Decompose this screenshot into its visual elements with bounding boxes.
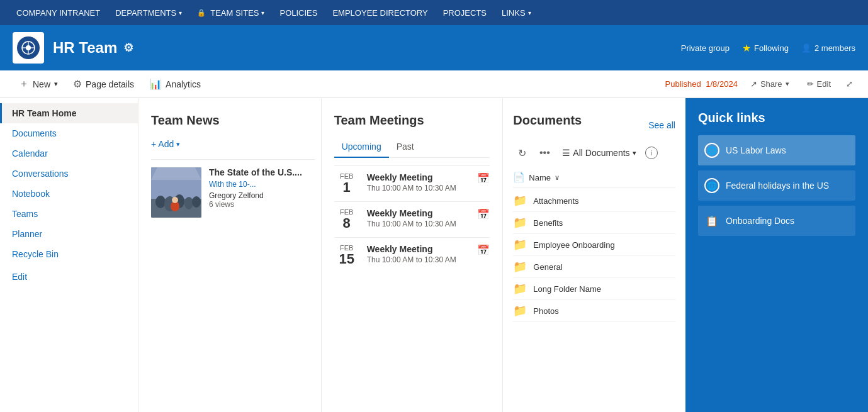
sidebar-item-planner[interactable]: Planner xyxy=(0,224,138,244)
nav-projects[interactable]: PROJECTS xyxy=(437,0,493,25)
sidebar-item-recycle-bin[interactable]: Recycle Bin xyxy=(0,244,138,264)
site-logo xyxy=(13,32,44,64)
meeting-item: FEB 15 Weekly Meeting Thu 10:00 AM to 10… xyxy=(334,237,490,273)
share-icon: ↗ xyxy=(750,79,757,89)
name-sort-icon[interactable]: ∨ xyxy=(555,174,560,182)
expand-icon: ⤢ xyxy=(846,79,853,89)
analytics-button[interactable]: 📊 Analytics xyxy=(143,75,207,93)
settings-icon[interactable]: ⚙ xyxy=(123,41,133,55)
nav-employee-directory[interactable]: EMPLOYEE DIRECTORY xyxy=(326,0,434,25)
meeting-item: FEB 8 Weekly Meeting Thu 10:00 AM to 10:… xyxy=(334,201,490,237)
news-author: Gregory Zelfond xyxy=(209,191,315,200)
calendar-join-icon[interactable]: 📅 xyxy=(477,172,490,184)
nav-links[interactable]: LINKS ▾ xyxy=(495,0,538,25)
tab-upcoming[interactable]: Upcoming xyxy=(334,136,389,158)
sidebar-item-documents[interactable]: Documents xyxy=(0,123,138,143)
meeting-info-feb15: Weekly Meeting Thu 10:00 AM to 10:30 AM xyxy=(367,244,470,264)
members-button[interactable]: 👤 2 members xyxy=(801,43,855,53)
sidebar: HR Team Home Documents Calendar Conversa… xyxy=(0,98,138,412)
documents-title: Documents xyxy=(513,113,582,128)
folder-icon: 📁 xyxy=(513,216,527,230)
site-title: HR Team ⚙ xyxy=(53,39,133,57)
doc-item-attachments[interactable]: 📁 Attachments xyxy=(513,190,675,212)
person-icon: 👤 xyxy=(801,43,811,53)
folder-icon: 📁 xyxy=(513,194,527,208)
team-news-title: Team News xyxy=(151,113,315,128)
meeting-info-feb8: Weekly Meeting Thu 10:00 AM to 10:30 AM xyxy=(367,208,470,228)
quick-link-us-labor-laws[interactable]: 🌐 US Labor Laws xyxy=(698,135,855,165)
more-options-icon[interactable]: ••• xyxy=(536,144,553,162)
sidebar-item-hr-team-home[interactable]: HR Team Home xyxy=(0,103,138,123)
page-details-button[interactable]: ⚙ Page details xyxy=(67,75,140,93)
private-group-label: Private group xyxy=(681,43,730,53)
docs-header: Documents See all xyxy=(513,113,675,136)
add-news-button[interactable]: + Add ▾ xyxy=(151,136,315,152)
nav-departments[interactable]: DEPARTMENTS ▾ xyxy=(109,0,188,25)
meeting-date-feb8: FEB 8 xyxy=(334,208,359,231)
svg-marker-13 xyxy=(151,167,201,180)
quick-links-title: Quick links xyxy=(698,111,855,125)
doc-item-general[interactable]: 📁 General xyxy=(513,256,675,278)
news-article-subtitle: With the 10-... xyxy=(209,180,315,189)
calendar-join-icon-3[interactable]: 📅 xyxy=(477,244,490,256)
meeting-date-feb1: FEB 1 xyxy=(334,172,359,195)
team-meetings-title: Team Meetings xyxy=(334,113,490,128)
news-article-title[interactable]: The State of the U.S.... xyxy=(209,167,315,177)
tab-past[interactable]: Past xyxy=(389,136,422,158)
departments-chevron-icon: ▾ xyxy=(179,9,182,16)
nav-team-sites[interactable]: TEAM SITES ▾ xyxy=(191,0,271,25)
doc-item-photos[interactable]: 📁 Photos xyxy=(513,300,675,322)
refresh-icon[interactable]: ↻ xyxy=(513,144,531,162)
add-chevron-icon: ▾ xyxy=(176,140,180,148)
toolbar-left: ＋ New ▾ ⚙ Page details 📊 Analytics xyxy=(13,74,660,94)
site-header: HR Team ⚙ Private group ★ Following 👤 2 … xyxy=(0,25,868,70)
see-all-link[interactable]: See all xyxy=(648,120,675,130)
svg-point-6 xyxy=(155,196,166,208)
share-chevron-icon: ▾ xyxy=(786,80,789,88)
team-news-section: Team News + Add ▾ xyxy=(138,98,321,412)
meeting-date-feb15: FEB 15 xyxy=(334,244,359,267)
meeting-info-feb1: Weekly Meeting Thu 10:00 AM to 10:30 AM xyxy=(367,172,470,192)
quick-link-onboarding-docs[interactable]: 📋 Onboarding Docs xyxy=(698,206,855,236)
links-chevron-icon: ▾ xyxy=(528,9,531,16)
main-layout: HR Team Home Documents Calendar Conversa… xyxy=(0,98,868,412)
team-meetings-section: Team Meetings Upcoming Past FEB 1 xyxy=(321,98,504,412)
toolbar: ＋ New ▾ ⚙ Page details 📊 Analytics Publi… xyxy=(0,70,868,98)
doc-item-benefits[interactable]: 📁 Benefits xyxy=(513,212,675,234)
info-icon[interactable]: i xyxy=(645,147,658,159)
sidebar-item-notebook[interactable]: Notebook xyxy=(0,184,138,204)
folder-icon: 📁 xyxy=(513,282,527,296)
edit-button[interactable]: ✏ Edit xyxy=(802,77,836,91)
doc-item-employee-onboarding[interactable]: 📁 Employee Onboarding xyxy=(513,234,675,256)
edit-icon: ✏ xyxy=(807,79,814,89)
team-sites-chevron-icon: ▾ xyxy=(261,9,264,16)
svg-point-12 xyxy=(172,197,178,203)
new-button[interactable]: ＋ New ▾ xyxy=(13,74,64,94)
calendar-join-icon-2[interactable]: 📅 xyxy=(477,208,490,220)
news-views: 6 views xyxy=(209,200,315,209)
top-nav: COMPANY INTRANET DEPARTMENTS ▾ TEAM SITE… xyxy=(0,0,868,25)
plus-icon: ＋ xyxy=(19,77,29,91)
sidebar-item-calendar[interactable]: Calendar xyxy=(0,143,138,164)
following-button[interactable]: ★ Following xyxy=(742,42,789,54)
meeting-item: FEB 1 Weekly Meeting Thu 10:00 AM to 10:… xyxy=(334,165,490,201)
quick-link-federal-holidays[interactable]: 🌐 Federal holidays in the US xyxy=(698,170,855,201)
svg-point-9 xyxy=(184,197,193,209)
nav-policies[interactable]: POLICIES xyxy=(273,0,324,25)
globe-icon-1: 🌐 xyxy=(704,143,719,158)
globe-icon-2: 🌐 xyxy=(704,178,719,193)
expand-button[interactable]: ⤢ xyxy=(843,77,855,91)
share-button[interactable]: ↗ Share ▾ xyxy=(745,77,794,91)
documents-section: Documents See all ↻ ••• ☰ All Documents … xyxy=(503,98,685,412)
docs-toolbar: ↻ ••• ☰ All Documents ▾ i xyxy=(513,144,675,162)
sidebar-item-teams[interactable]: Teams xyxy=(0,204,138,224)
meetings-tabs: Upcoming Past xyxy=(334,136,490,158)
new-chevron-icon: ▾ xyxy=(54,80,58,88)
nav-company-intranet[interactable]: COMPANY INTRANET xyxy=(10,0,106,25)
news-content: The State of the U.S.... With the 10-...… xyxy=(209,167,315,218)
sidebar-item-edit[interactable]: Edit xyxy=(0,267,138,287)
star-icon: ★ xyxy=(742,42,751,54)
all-documents-dropdown[interactable]: ☰ All Documents ▾ xyxy=(558,145,640,160)
sidebar-item-conversations[interactable]: Conversations xyxy=(0,164,138,184)
doc-item-long-folder-name[interactable]: 📁 Long Folder Name xyxy=(513,278,675,300)
